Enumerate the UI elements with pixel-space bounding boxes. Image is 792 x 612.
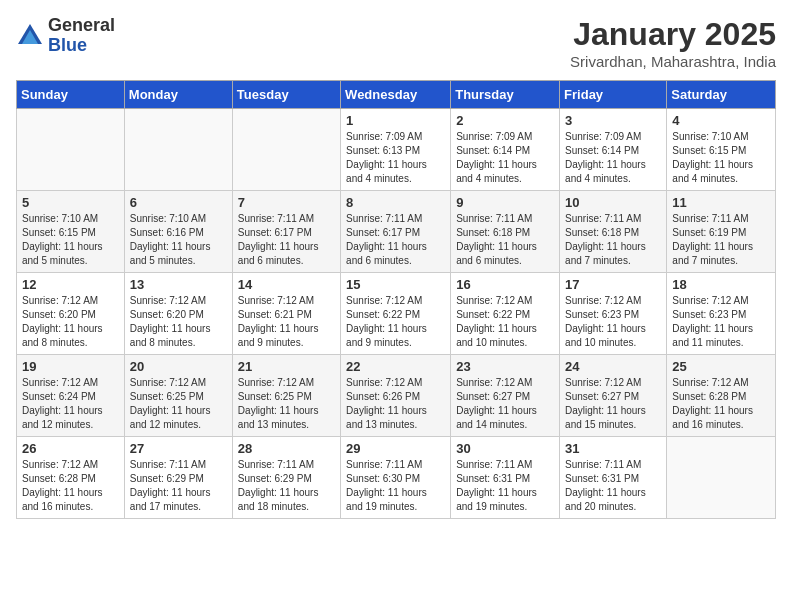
calendar-cell: 7Sunrise: 7:11 AM Sunset: 6:17 PM Daylig…: [232, 191, 340, 273]
calendar-cell: 14Sunrise: 7:12 AM Sunset: 6:21 PM Dayli…: [232, 273, 340, 355]
day-info: Sunrise: 7:12 AM Sunset: 6:22 PM Dayligh…: [456, 294, 554, 350]
day-number: 30: [456, 441, 554, 456]
day-number: 10: [565, 195, 661, 210]
day-info: Sunrise: 7:11 AM Sunset: 6:29 PM Dayligh…: [130, 458, 227, 514]
calendar-cell: 31Sunrise: 7:11 AM Sunset: 6:31 PM Dayli…: [560, 437, 667, 519]
header-thursday: Thursday: [451, 81, 560, 109]
calendar-cell: 25Sunrise: 7:12 AM Sunset: 6:28 PM Dayli…: [667, 355, 776, 437]
day-info: Sunrise: 7:12 AM Sunset: 6:26 PM Dayligh…: [346, 376, 445, 432]
day-number: 5: [22, 195, 119, 210]
calendar-cell: 20Sunrise: 7:12 AM Sunset: 6:25 PM Dayli…: [124, 355, 232, 437]
day-info: Sunrise: 7:12 AM Sunset: 6:25 PM Dayligh…: [238, 376, 335, 432]
calendar-cell: [667, 437, 776, 519]
day-number: 4: [672, 113, 770, 128]
header-monday: Monday: [124, 81, 232, 109]
day-info: Sunrise: 7:12 AM Sunset: 6:23 PM Dayligh…: [565, 294, 661, 350]
calendar-cell: 9Sunrise: 7:11 AM Sunset: 6:18 PM Daylig…: [451, 191, 560, 273]
calendar-cell: 13Sunrise: 7:12 AM Sunset: 6:20 PM Dayli…: [124, 273, 232, 355]
day-number: 29: [346, 441, 445, 456]
calendar-cell: 26Sunrise: 7:12 AM Sunset: 6:28 PM Dayli…: [17, 437, 125, 519]
logo-general: General: [48, 16, 115, 36]
day-number: 28: [238, 441, 335, 456]
day-number: 12: [22, 277, 119, 292]
header-tuesday: Tuesday: [232, 81, 340, 109]
calendar-cell: 27Sunrise: 7:11 AM Sunset: 6:29 PM Dayli…: [124, 437, 232, 519]
day-number: 21: [238, 359, 335, 374]
calendar-cell: 18Sunrise: 7:12 AM Sunset: 6:23 PM Dayli…: [667, 273, 776, 355]
calendar-week-5: 26Sunrise: 7:12 AM Sunset: 6:28 PM Dayli…: [17, 437, 776, 519]
day-info: Sunrise: 7:11 AM Sunset: 6:19 PM Dayligh…: [672, 212, 770, 268]
day-info: Sunrise: 7:12 AM Sunset: 6:22 PM Dayligh…: [346, 294, 445, 350]
day-info: Sunrise: 7:10 AM Sunset: 6:15 PM Dayligh…: [672, 130, 770, 186]
day-number: 14: [238, 277, 335, 292]
page-header: General Blue January 2025 Srivardhan, Ma…: [16, 16, 776, 70]
day-info: Sunrise: 7:09 AM Sunset: 6:14 PM Dayligh…: [565, 130, 661, 186]
day-info: Sunrise: 7:11 AM Sunset: 6:18 PM Dayligh…: [456, 212, 554, 268]
calendar-body: 1Sunrise: 7:09 AM Sunset: 6:13 PM Daylig…: [17, 109, 776, 519]
day-info: Sunrise: 7:12 AM Sunset: 6:21 PM Dayligh…: [238, 294, 335, 350]
logo-blue: Blue: [48, 36, 115, 56]
calendar-cell: 15Sunrise: 7:12 AM Sunset: 6:22 PM Dayli…: [341, 273, 451, 355]
day-number: 23: [456, 359, 554, 374]
header-row: Sunday Monday Tuesday Wednesday Thursday…: [17, 81, 776, 109]
day-number: 6: [130, 195, 227, 210]
calendar-header: Sunday Monday Tuesday Wednesday Thursday…: [17, 81, 776, 109]
day-number: 22: [346, 359, 445, 374]
day-number: 9: [456, 195, 554, 210]
day-info: Sunrise: 7:12 AM Sunset: 6:20 PM Dayligh…: [22, 294, 119, 350]
day-number: 18: [672, 277, 770, 292]
calendar-cell: 5Sunrise: 7:10 AM Sunset: 6:15 PM Daylig…: [17, 191, 125, 273]
day-number: 2: [456, 113, 554, 128]
day-number: 15: [346, 277, 445, 292]
logo-icon: [16, 22, 44, 50]
calendar-cell: [17, 109, 125, 191]
day-info: Sunrise: 7:12 AM Sunset: 6:25 PM Dayligh…: [130, 376, 227, 432]
calendar-cell: 28Sunrise: 7:11 AM Sunset: 6:29 PM Dayli…: [232, 437, 340, 519]
header-wednesday: Wednesday: [341, 81, 451, 109]
calendar-cell: 6Sunrise: 7:10 AM Sunset: 6:16 PM Daylig…: [124, 191, 232, 273]
title-block: January 2025 Srivardhan, Maharashtra, In…: [570, 16, 776, 70]
location: Srivardhan, Maharashtra, India: [570, 53, 776, 70]
calendar-cell: 19Sunrise: 7:12 AM Sunset: 6:24 PM Dayli…: [17, 355, 125, 437]
day-number: 25: [672, 359, 770, 374]
calendar-cell: 21Sunrise: 7:12 AM Sunset: 6:25 PM Dayli…: [232, 355, 340, 437]
day-info: Sunrise: 7:11 AM Sunset: 6:30 PM Dayligh…: [346, 458, 445, 514]
day-number: 3: [565, 113, 661, 128]
header-saturday: Saturday: [667, 81, 776, 109]
day-number: 24: [565, 359, 661, 374]
day-number: 11: [672, 195, 770, 210]
day-number: 7: [238, 195, 335, 210]
header-friday: Friday: [560, 81, 667, 109]
calendar-cell: 8Sunrise: 7:11 AM Sunset: 6:17 PM Daylig…: [341, 191, 451, 273]
calendar-cell: 17Sunrise: 7:12 AM Sunset: 6:23 PM Dayli…: [560, 273, 667, 355]
day-info: Sunrise: 7:12 AM Sunset: 6:24 PM Dayligh…: [22, 376, 119, 432]
logo-text: General Blue: [48, 16, 115, 56]
calendar-cell: 24Sunrise: 7:12 AM Sunset: 6:27 PM Dayli…: [560, 355, 667, 437]
day-number: 27: [130, 441, 227, 456]
calendar-cell: 3Sunrise: 7:09 AM Sunset: 6:14 PM Daylig…: [560, 109, 667, 191]
day-info: Sunrise: 7:11 AM Sunset: 6:17 PM Dayligh…: [346, 212, 445, 268]
month-title: January 2025: [570, 16, 776, 53]
day-info: Sunrise: 7:12 AM Sunset: 6:27 PM Dayligh…: [456, 376, 554, 432]
day-info: Sunrise: 7:11 AM Sunset: 6:31 PM Dayligh…: [565, 458, 661, 514]
day-number: 19: [22, 359, 119, 374]
calendar-cell: 11Sunrise: 7:11 AM Sunset: 6:19 PM Dayli…: [667, 191, 776, 273]
day-number: 20: [130, 359, 227, 374]
calendar-cell: 29Sunrise: 7:11 AM Sunset: 6:30 PM Dayli…: [341, 437, 451, 519]
day-info: Sunrise: 7:12 AM Sunset: 6:28 PM Dayligh…: [22, 458, 119, 514]
day-info: Sunrise: 7:09 AM Sunset: 6:13 PM Dayligh…: [346, 130, 445, 186]
day-info: Sunrise: 7:11 AM Sunset: 6:31 PM Dayligh…: [456, 458, 554, 514]
day-info: Sunrise: 7:10 AM Sunset: 6:15 PM Dayligh…: [22, 212, 119, 268]
calendar-week-2: 5Sunrise: 7:10 AM Sunset: 6:15 PM Daylig…: [17, 191, 776, 273]
day-info: Sunrise: 7:12 AM Sunset: 6:27 PM Dayligh…: [565, 376, 661, 432]
day-number: 8: [346, 195, 445, 210]
day-info: Sunrise: 7:11 AM Sunset: 6:29 PM Dayligh…: [238, 458, 335, 514]
day-info: Sunrise: 7:11 AM Sunset: 6:18 PM Dayligh…: [565, 212, 661, 268]
calendar-cell: 2Sunrise: 7:09 AM Sunset: 6:14 PM Daylig…: [451, 109, 560, 191]
logo: General Blue: [16, 16, 115, 56]
calendar-cell: 30Sunrise: 7:11 AM Sunset: 6:31 PM Dayli…: [451, 437, 560, 519]
header-sunday: Sunday: [17, 81, 125, 109]
calendar-cell: 1Sunrise: 7:09 AM Sunset: 6:13 PM Daylig…: [341, 109, 451, 191]
calendar-cell: 10Sunrise: 7:11 AM Sunset: 6:18 PM Dayli…: [560, 191, 667, 273]
day-number: 31: [565, 441, 661, 456]
